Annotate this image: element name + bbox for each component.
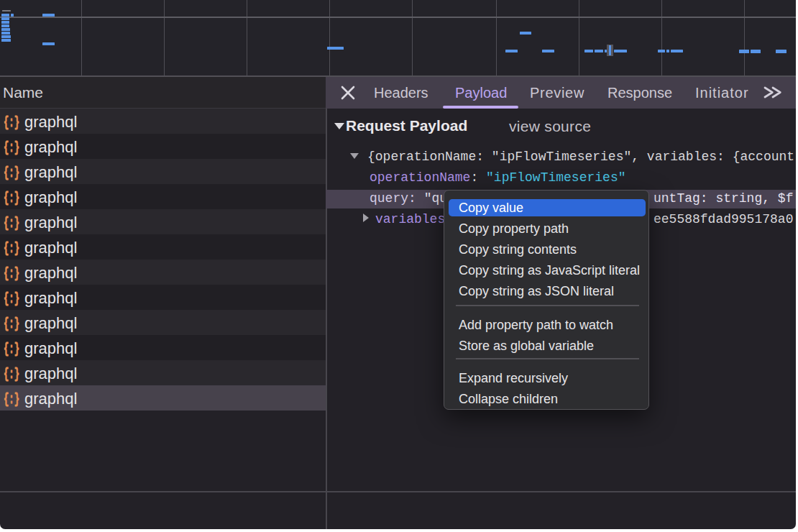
svg-text:{:}: {:} (4, 165, 19, 180)
svg-text:{:}: {:} (4, 265, 19, 281)
svg-text:{:}: {:} (4, 139, 19, 155)
svg-text:{:}: {:} (4, 114, 19, 130)
svg-text:{:}: {:} (4, 366, 19, 382)
svg-text:{:}: {:} (4, 290, 19, 306)
svg-text:{:}: {:} (4, 316, 19, 331)
svg-text:{:}: {:} (4, 215, 19, 231)
svg-text:{:}: {:} (4, 240, 19, 256)
svg-text:{:}: {:} (4, 341, 19, 357)
svg-text:{:}: {:} (4, 190, 19, 206)
svg-text:{:}: {:} (4, 391, 19, 407)
